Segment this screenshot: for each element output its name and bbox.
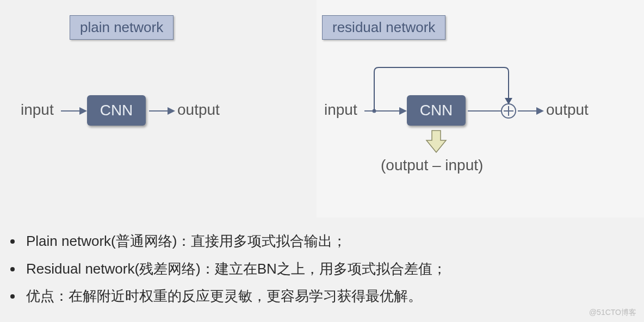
bullet-item: Plain network(普通网络)：直接用多项式拟合输出；: [23, 227, 621, 255]
skip-connection-icon: [372, 65, 513, 114]
left-output-label: output: [177, 101, 220, 119]
right-arrow-out-icon: [517, 101, 544, 121]
left-cnn-box: CNN: [87, 95, 146, 126]
bullet-item: 优点：在解附近时权重的反应更灵敏，更容易学习获得最优解。: [23, 282, 621, 310]
down-arrow-icon: [425, 129, 447, 153]
bullet-item: Residual network(残差网络)：建立在BN之上，用多项式拟合差值；: [23, 255, 621, 283]
svg-marker-1: [79, 107, 87, 115]
right-input-label: input: [324, 101, 357, 119]
residual-below-label: (output – input): [381, 157, 483, 174]
left-arrow-in-icon: [60, 101, 87, 121]
left-input-label: input: [21, 101, 54, 119]
left-arrow-out-icon: [148, 101, 175, 121]
watermark: @51CTO博客: [589, 308, 636, 318]
svg-marker-12: [536, 107, 544, 115]
svg-marker-13: [505, 98, 512, 104]
residual-title-box: residual network: [322, 15, 445, 40]
plain-title-box: plain network: [70, 15, 174, 40]
svg-marker-3: [168, 107, 175, 115]
bullet-list: Plain network(普通网络)：直接用多项式拟合输出； Residual…: [12, 227, 621, 310]
right-output-label: output: [546, 101, 589, 119]
svg-marker-14: [426, 131, 446, 152]
